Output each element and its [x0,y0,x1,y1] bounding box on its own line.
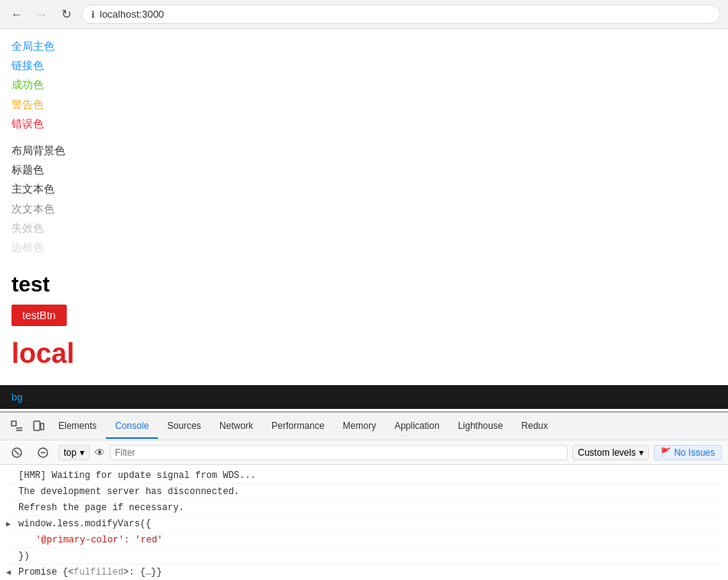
color-item-error: 错误色 [12,114,716,133]
color-item-success: 成功色 [12,75,716,94]
color-item-link: 链接色 [12,56,716,75]
color-item-primary: 全局主色 [12,37,716,56]
color-item-title: 标题色 [12,160,716,180]
bg-text: bg [12,391,22,403]
test-button[interactable]: testBtn [12,305,67,326]
back-button[interactable]: ← [8,5,26,24]
bg-bar: bg [0,385,728,409]
local-label: local [12,338,716,370]
forward-button[interactable]: → [32,5,51,24]
browser-toolbar: ← → ↻ ℹ localhost:3000 [0,0,728,28]
color-item-main-text: 主文本色 [12,180,716,199]
colors-list: 全局主色 链接色 成功色 警告色 错误色 布局背景色 标题色 主文本色 次文本色… [12,37,716,257]
color-item-disabled: 失效色 [12,219,716,238]
color-item-warning: 警告色 [12,95,716,114]
url-text: localhost:3000 [100,8,164,20]
test-label: test [12,272,716,297]
address-bar[interactable]: ℹ localhost:3000 [81,5,720,24]
refresh-button[interactable]: ↻ [57,5,75,24]
color-item-bg: 布局背景色 [12,141,716,160]
color-item-secondary-text: 次文本色 [12,199,716,219]
info-icon: ℹ [91,9,95,20]
page-content: 全局主色 链接色 成功色 警告色 错误色 布局背景色 标题色 主文本色 次文本色… [0,29,728,377]
browser-chrome: ← → ↻ ℹ localhost:3000 [0,0,728,29]
color-item-border: 边框色 [12,238,716,257]
